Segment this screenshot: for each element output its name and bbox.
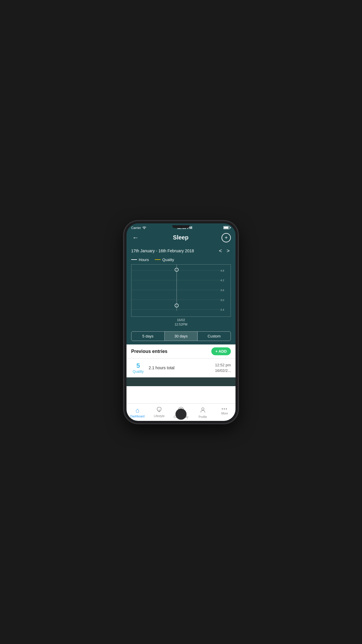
nav-label-dashboard: Dashboard <box>130 415 145 418</box>
chart-legend: Hours Quality <box>126 256 236 264</box>
entry-hours: 2.1 hours total <box>149 365 212 370</box>
page-title: Sleep <box>173 234 188 241</box>
page-header: ← Sleep + <box>126 231 236 246</box>
phone-screen: Carrier 12:53 PM ← Sleep <box>126 223 236 421</box>
leaf-icon <box>156 407 162 414</box>
battery-tip <box>230 227 231 228</box>
quality-line-icon <box>155 259 161 260</box>
quality-value: 5 <box>131 362 145 370</box>
entries-title: Previous entries <box>131 349 168 354</box>
nav-item-lifestyle[interactable]: Lifestyle <box>148 405 170 420</box>
navigation-arrows: < > <box>218 247 231 255</box>
prev-arrow[interactable]: < <box>218 247 223 255</box>
camera-notch <box>172 225 190 228</box>
battery-fill <box>224 227 229 229</box>
hours-legend-label: Hours <box>139 258 149 262</box>
chart-svg: 4.8 4.2 3.6 3.0 2.4 <box>131 265 231 316</box>
nav-label-more: More <box>221 412 228 415</box>
hours-line-icon <box>131 259 137 260</box>
entries-header: Previous entries + ADD <box>126 344 236 358</box>
back-button[interactable]: ← <box>131 233 140 243</box>
chart-container: 4.8 4.2 3.6 3.0 2.4 16/02 12:52PM <box>126 264 236 330</box>
svg-point-7 <box>175 268 178 271</box>
profile-icon <box>200 407 206 415</box>
nav-label-lifestyle: Lifestyle <box>154 414 165 418</box>
wifi-icon <box>142 226 146 229</box>
entry-time-line1: 12:52 pm <box>215 362 231 368</box>
legend-quality: Quality <box>155 258 174 262</box>
more-icon: ••• <box>222 407 228 411</box>
legend-hours: Hours <box>131 258 149 262</box>
quality-legend-label: Quality <box>162 258 174 262</box>
dark-band <box>126 377 236 386</box>
timestamp-line2: 12:52PM <box>175 323 187 326</box>
home-button[interactable] <box>175 409 187 420</box>
date-range-text: 17th January - 16th February 2018 <box>131 249 194 253</box>
nav-item-dashboard[interactable]: ⌂ Dashboard <box>126 405 148 420</box>
entry-timestamp: 12:52 pm 16/02/2... <box>215 362 231 374</box>
add-entry-button[interactable]: + ADD <box>211 347 231 355</box>
nav-label-profile: Profile <box>199 415 207 419</box>
nav-item-profile[interactable]: Profile <box>192 405 214 420</box>
svg-text:4.2: 4.2 <box>220 279 224 282</box>
next-arrow[interactable]: > <box>225 247 231 255</box>
chart-timestamp: 16/02 12:52PM <box>131 317 231 329</box>
entry-time-line2: 16/02/2... <box>215 368 231 374</box>
battery-indicator <box>223 226 231 229</box>
svg-point-8 <box>175 304 178 307</box>
home-icon: ⌂ <box>136 407 139 414</box>
svg-text:2.4: 2.4 <box>220 308 224 311</box>
tabs-container: 5 days 30 days Custom <box>126 330 236 344</box>
tab-30days[interactable]: 30 days <box>165 332 198 341</box>
timestamp-line1: 16/02 <box>177 318 185 322</box>
phone-frame: Carrier 12:53 PM ← Sleep <box>124 221 238 423</box>
battery-body <box>223 226 230 229</box>
time-range-tabs: 5 days 30 days Custom <box>131 331 231 341</box>
entries-section: Previous entries + ADD 5 Quality 2.1 hou… <box>126 344 236 403</box>
svg-point-17 <box>202 408 204 410</box>
nav-item-more[interactable]: ••• More <box>214 405 236 420</box>
carrier-info: Carrier <box>131 226 146 230</box>
svg-point-0 <box>144 228 145 229</box>
svg-text:3.0: 3.0 <box>220 298 224 301</box>
chart-area: 4.8 4.2 3.6 3.0 2.4 <box>131 264 231 317</box>
add-button[interactable]: + <box>222 233 231 242</box>
tab-5days[interactable]: 5 days <box>131 332 165 341</box>
tab-custom[interactable]: Custom <box>198 332 231 341</box>
svg-text:4.8: 4.8 <box>220 269 224 272</box>
plus-icon: + <box>225 235 228 240</box>
carrier-text: Carrier <box>131 226 141 230</box>
svg-text:3.6: 3.6 <box>220 289 224 292</box>
date-range-bar: 17th January - 16th February 2018 < > <box>126 246 236 256</box>
entry-quality-block: 5 Quality <box>131 362 145 374</box>
table-row: 5 Quality 2.1 hours total 12:52 pm 16/02… <box>126 358 236 377</box>
quality-label: Quality <box>131 370 145 374</box>
